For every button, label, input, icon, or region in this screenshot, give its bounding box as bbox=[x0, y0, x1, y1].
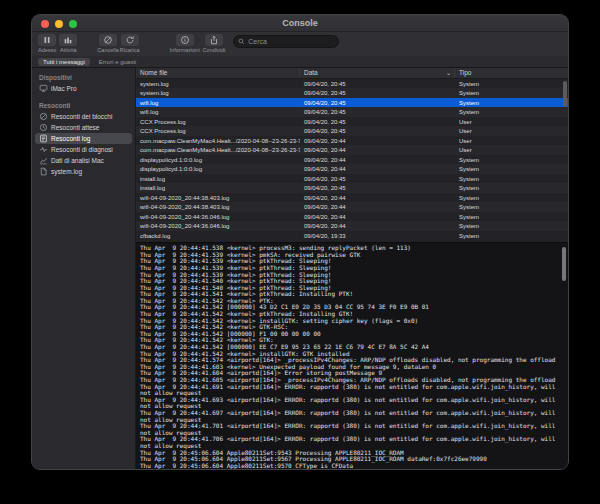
table-scrollbar[interactable] bbox=[563, 81, 567, 107]
sidebar-item-resoconti-di-diagnosi[interactable]: Resoconti di diagnosi bbox=[35, 144, 132, 155]
cell-type: User bbox=[455, 119, 568, 125]
cell-date: 09/04/20, 20:44 bbox=[300, 204, 455, 210]
toolbar-button-label: Ricarica bbox=[120, 47, 140, 53]
sidebar-item-imac-pro[interactable]: iMac Pro bbox=[35, 83, 132, 94]
file-table: system.log09/04/20, 20:45Systemsystem.lo… bbox=[136, 79, 568, 242]
cell-date: 09/04/20, 20:45 bbox=[300, 176, 455, 182]
table-header: Nome file Data ⌄ Tipo bbox=[136, 68, 568, 79]
crash-report-icon bbox=[39, 112, 48, 121]
now-button[interactable]: Adesso bbox=[38, 34, 56, 53]
cell-name: CCX Process.log bbox=[136, 128, 300, 134]
zoom-button[interactable] bbox=[69, 20, 77, 28]
document-icon bbox=[39, 167, 48, 176]
cell-name: wifi-04-09-2020_20:44:38.403.log bbox=[136, 204, 300, 210]
table-row[interactable]: wifi-04-09-2020_20:44:38.403.log09/04/20… bbox=[136, 193, 568, 203]
log-line: Thu Apr 9 20:44:41.693 <airportd[164]> E… bbox=[140, 397, 558, 410]
analytics-icon bbox=[39, 156, 48, 165]
table-row[interactable]: cfbackd.log09/04/20, 19:33System bbox=[136, 231, 568, 241]
sidebar-item-system-log[interactable]: system.log bbox=[35, 166, 132, 177]
info-button[interactable]: Informazioni bbox=[170, 34, 200, 53]
column-header-date[interactable]: Data ⌄ bbox=[300, 68, 455, 78]
cell-name: wifi-04-09-2020_20:44:36.046.log bbox=[136, 214, 300, 220]
toolbar-button-label: Attività bbox=[60, 47, 77, 53]
table-row[interactable]: com.macpaw.CleanMyMac4.Healt.../2020-04-… bbox=[136, 145, 568, 155]
toolbar: Adesso Attività Cancella Ricarica bbox=[32, 32, 568, 56]
sidebar-item-label: iMac Pro bbox=[51, 85, 77, 92]
close-button[interactable] bbox=[41, 20, 49, 28]
cell-type: System bbox=[455, 166, 568, 172]
table-row[interactable]: wifi-04-09-2020_20:44:36.046.log09/04/20… bbox=[136, 221, 568, 231]
cell-date: 09/04/20, 20:44 bbox=[300, 166, 455, 172]
filter-tab-all-messages[interactable]: Tutti i messaggi bbox=[38, 58, 90, 66]
sidebar-item-resoconti-attese[interactable]: Resoconti attese bbox=[35, 122, 132, 133]
toolbar-button-label: Condividi bbox=[203, 47, 226, 53]
main-pane: Nome file Data ⌄ Tipo system.log09/04/20… bbox=[136, 68, 568, 469]
cell-name: wifi.log bbox=[136, 109, 300, 115]
cell-type: System bbox=[455, 204, 568, 210]
diagnostics-report-icon bbox=[39, 145, 48, 154]
sidebar-item-dati-di-analisi-mac[interactable]: Dati di analisi Mac bbox=[35, 155, 132, 166]
console-window: Console Adesso Attività Cancella bbox=[31, 14, 569, 470]
table-row[interactable]: wifi.log09/04/20, 20:45System bbox=[136, 107, 568, 117]
table-row[interactable]: com.macpaw.CleanMyMac4.Healt.../2020-04-… bbox=[136, 136, 568, 146]
activities-button[interactable]: Attività bbox=[59, 34, 77, 53]
sidebar-item-label: Resoconti di diagnosi bbox=[51, 146, 113, 153]
table-row[interactable]: wifi.log09/04/20, 20:45System bbox=[136, 98, 568, 108]
spin-report-icon bbox=[39, 123, 48, 132]
share-button[interactable]: Condividi bbox=[203, 34, 226, 53]
cell-date: 09/04/20, 20:44 bbox=[300, 147, 455, 153]
filter-tab-errors-faults[interactable]: Errori e guasti bbox=[94, 58, 141, 66]
table-row[interactable]: CCX Process.log09/04/20, 20:45User bbox=[136, 117, 568, 127]
column-header-type[interactable]: Tipo bbox=[455, 68, 568, 78]
cell-date: 09/04/20, 20:44 bbox=[300, 195, 455, 201]
cell-type: System bbox=[455, 233, 568, 239]
table-row[interactable]: wifi-04-09-2020_20:44:36.046.log09/04/20… bbox=[136, 212, 568, 222]
cell-type: System bbox=[455, 195, 568, 201]
cell-type: User bbox=[455, 147, 568, 153]
table-row[interactable]: system.log09/04/20, 20:45System bbox=[136, 88, 568, 98]
content-area: DispositiviiMac ProResocontiResoconti de… bbox=[32, 68, 568, 469]
cell-date: 09/04/20, 20:44 bbox=[300, 157, 455, 163]
table-row[interactable]: CCX Process.log09/04/20, 20:45User bbox=[136, 126, 568, 136]
sidebar-item-label: system.log bbox=[51, 168, 82, 175]
sort-descending-icon: ⌄ bbox=[446, 69, 451, 76]
cell-type: System bbox=[455, 90, 568, 96]
activity-icon bbox=[59, 34, 77, 46]
cell-name: install.log bbox=[136, 176, 300, 182]
sidebar-section-title: Resoconti bbox=[32, 99, 135, 111]
sidebar-item-resoconti-dei-blocchi[interactable]: Resoconti dei blocchi bbox=[35, 111, 132, 122]
minimize-button[interactable] bbox=[55, 20, 63, 28]
cell-type: System bbox=[455, 185, 568, 191]
clear-button[interactable]: Cancella bbox=[97, 34, 118, 53]
cell-date: 09/04/20, 20:44 bbox=[300, 214, 455, 220]
table-row[interactable]: install.log09/04/20, 20:45System bbox=[136, 174, 568, 184]
cell-type: System bbox=[455, 157, 568, 163]
cell-type: System bbox=[455, 223, 568, 229]
sidebar: DispositiviiMac ProResocontiResoconti de… bbox=[32, 68, 136, 469]
table-row[interactable]: displaypolicyd.1:0:0.log09/04/20, 20:44S… bbox=[136, 164, 568, 174]
titlebar[interactable]: Console bbox=[32, 15, 568, 32]
cell-name: wifi-04-09-2020_20:44:36.046.log bbox=[136, 223, 300, 229]
cell-date: 09/04/20, 19:33 bbox=[300, 233, 455, 239]
toolbar-button-label: Informazioni bbox=[170, 47, 200, 53]
table-row[interactable]: wifi-04-09-2020_20:44:38.403.log09/04/20… bbox=[136, 202, 568, 212]
reload-button[interactable]: Ricarica bbox=[120, 34, 140, 53]
sidebar-item-resoconti-log[interactable]: Resoconti log bbox=[35, 133, 132, 144]
search-field[interactable] bbox=[233, 35, 339, 48]
search-icon bbox=[238, 38, 245, 45]
table-row[interactable]: displaypolicyd.1:0:0.log09/04/20, 20:44S… bbox=[136, 155, 568, 165]
cell-type: User bbox=[455, 128, 568, 134]
search-input[interactable] bbox=[248, 38, 334, 45]
cell-date: 09/04/20, 20:45 bbox=[300, 90, 455, 96]
log-line: Thu Apr 9 20:44:41.706 <airportd[164]> E… bbox=[140, 436, 558, 449]
log-scrollbar[interactable] bbox=[562, 247, 566, 281]
sidebar-item-label: Resoconti dei blocchi bbox=[51, 113, 112, 120]
cell-type: System bbox=[455, 100, 568, 106]
cell-name: wifi-04-09-2020_20:44:38.403.log bbox=[136, 195, 300, 201]
column-header-name[interactable]: Nome file bbox=[136, 68, 300, 78]
table-row[interactable]: system.log09/04/20, 20:45System bbox=[136, 79, 568, 89]
table-row[interactable]: install.log09/04/20, 20:45System bbox=[136, 183, 568, 193]
cell-type: System bbox=[455, 109, 568, 115]
log-pane[interactable]: Thu Apr 9 20:44:41.538 <kernel> processM… bbox=[136, 242, 568, 469]
cell-type: System bbox=[455, 214, 568, 220]
